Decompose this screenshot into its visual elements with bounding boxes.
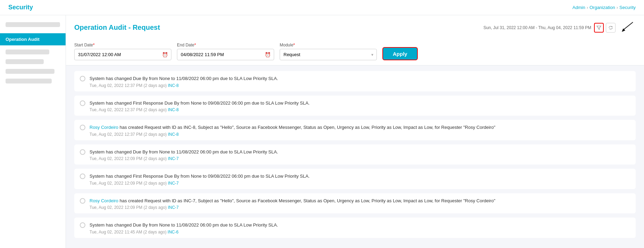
end-date-input[interactable] — [177, 49, 274, 60]
svg-line-0 — [622, 22, 633, 30]
main-layout: Operation Audit Operation Audit - Reques… — [0, 15, 644, 248]
breadcrumb-security: Security — [619, 5, 636, 10]
end-date-field: End Date* ⏰ — [177, 43, 274, 60]
refresh-icon — [608, 25, 613, 30]
audit-item-3: System has changed Due By from None to 1… — [74, 144, 636, 165]
filter-row: Start Date* ⏰ End Date* ⏰ — [74, 38, 636, 65]
sidebar-section-1 — [0, 19, 66, 32]
audit-item-2: Rosy Cordeiro has created Request with I… — [74, 120, 636, 140]
sidebar: Operation Audit — [0, 15, 66, 248]
audit-radio-5[interactable] — [80, 198, 85, 204]
breadcrumb-admin[interactable]: Admin — [573, 5, 585, 10]
audit-radio-1[interactable] — [80, 100, 85, 106]
main-content: Operation Audit - Request Sun, Jul 31, 2… — [66, 15, 644, 248]
breadcrumb-sep-1: › — [587, 5, 588, 10]
audit-radio-2[interactable] — [80, 125, 85, 130]
sidebar-blurred-2 — [6, 50, 49, 54]
start-date-input[interactable] — [74, 49, 171, 60]
end-date-label: End Date* — [177, 43, 274, 47]
filter-icon-button[interactable] — [594, 23, 604, 33]
audit-main-text-1: System has changed First Response Due By… — [90, 100, 630, 107]
audit-meta-3: Tue, Aug 02, 2022 12:09 PM (2 days ago) … — [90, 156, 630, 161]
module-select-wrapper: Request Incident Change Problem ▾ — [280, 49, 377, 60]
audit-content-3: System has changed Due By from None to 1… — [90, 149, 630, 161]
audit-content-4: System has changed First Response Due By… — [90, 173, 630, 186]
page-header: Operation Audit - Request Sun, Jul 31, 2… — [66, 15, 644, 65]
audit-item-5: Rosy Cordeiro has created Request with I… — [74, 193, 636, 214]
breadcrumb: Admin › Organization › Security — [573, 5, 636, 10]
start-date-label: Start Date* — [74, 43, 171, 47]
audit-meta-5: Tue, Aug 02, 2022 12:09 PM (2 days ago) … — [90, 205, 630, 210]
audit-radio-3[interactable] — [80, 149, 85, 155]
audit-main-text-5: Rosy Cordeiro has created Request with I… — [90, 197, 630, 204]
arrow-svg — [619, 21, 636, 33]
audit-main-text-2: Rosy Cordeiro has created Request with I… — [90, 124, 630, 131]
audit-main-text-3: System has changed Due By from None to 1… — [90, 149, 630, 156]
arrow-annotation — [619, 21, 636, 34]
filter-icons — [594, 23, 616, 33]
page-title: Operation Audit - Request — [74, 24, 160, 32]
audit-item-4: System has changed First Response Due By… — [74, 169, 636, 189]
audit-meta-6: Tue, Aug 02, 2022 11:45 AM (2 days ago) … — [90, 230, 630, 234]
audit-main-text-6: System has changed Due By from None to 1… — [90, 222, 630, 229]
audit-ticket-link-1[interactable]: INC-8 — [168, 107, 179, 112]
audit-list: System has changed Due By from None to 1… — [66, 65, 644, 248]
audit-content-2: Rosy Cordeiro has created Request with I… — [90, 124, 630, 137]
audit-meta-4: Tue, Aug 02, 2022 12:09 PM (2 days ago) … — [90, 181, 630, 186]
audit-content-1: System has changed First Response Due By… — [90, 100, 630, 113]
audit-radio-6[interactable] — [80, 222, 85, 228]
audit-ticket-link-2[interactable]: INC-8 — [168, 132, 179, 137]
audit-ticket-link-6[interactable]: INC-6 — [168, 230, 178, 234]
audit-item-6: System has changed Due By from None to 1… — [74, 218, 636, 238]
app-title: Security — [8, 4, 33, 11]
audit-radio-4[interactable] — [80, 174, 85, 179]
audit-meta-1: Tue, Aug 02, 2022 12:37 PM (2 days ago) … — [90, 107, 630, 112]
start-date-required: * — [93, 43, 95, 47]
sidebar-section-2 — [0, 47, 66, 88]
apply-button[interactable]: Apply — [382, 47, 418, 60]
filter-icon — [596, 25, 601, 30]
top-bar: Security Admin › Organization › Security — [0, 0, 644, 15]
apply-btn-wrapper: Apply — [382, 47, 418, 60]
start-date-field: Start Date* ⏰ — [74, 43, 171, 60]
date-range-area: Sun, Jul 31, 2022 12:00 AM - Thu, Aug 04… — [483, 21, 636, 34]
refresh-icon-button[interactable] — [606, 23, 616, 33]
audit-ticket-link-0[interactable]: INC-8 — [168, 83, 179, 88]
sidebar-blurred-5 — [6, 79, 52, 83]
audit-meta-2: Tue, Aug 02, 2022 12:37 PM (2 days ago) … — [90, 132, 630, 137]
module-field: Module* Request Incident Change Problem … — [280, 43, 377, 60]
breadcrumb-org[interactable]: Organization — [590, 5, 615, 10]
audit-content-0: System has changed Due By from None to 1… — [90, 75, 630, 88]
audit-meta-0: Tue, Aug 02, 2022 12:37 PM (2 days ago) … — [90, 83, 630, 88]
module-required: * — [293, 43, 295, 47]
audit-ticket-link-5[interactable]: INC-7 — [168, 205, 179, 210]
audit-main-text-0: System has changed Due By from None to 1… — [90, 75, 630, 82]
sidebar-blurred-1 — [6, 22, 60, 27]
audit-user-link-2[interactable]: Rosy Cordeiro — [90, 125, 118, 130]
audit-ticket-link-3[interactable]: INC-7 — [168, 156, 179, 161]
audit-item-1: System has changed First Response Due By… — [74, 96, 636, 116]
page-header-top: Operation Audit - Request Sun, Jul 31, 2… — [74, 21, 636, 34]
date-range-text: Sun, Jul 31, 2022 12:00 AM - Thu, Aug 04… — [483, 25, 591, 30]
audit-item-0: System has changed Due By from None to 1… — [74, 71, 636, 91]
start-date-wrapper: ⏰ — [74, 49, 171, 60]
sidebar-blurred-4 — [6, 69, 54, 74]
audit-radio-0[interactable] — [80, 76, 85, 81]
breadcrumb-sep-2: › — [617, 5, 618, 10]
module-label: Module* — [280, 43, 377, 47]
sidebar-item-operation-audit[interactable]: Operation Audit — [0, 33, 66, 45]
audit-main-text-4: System has changed First Response Due By… — [90, 173, 630, 180]
audit-content-6: System has changed Due By from None to 1… — [90, 222, 630, 234]
end-date-wrapper: ⏰ — [177, 49, 274, 60]
audit-content-5: Rosy Cordeiro has created Request with I… — [90, 197, 630, 210]
audit-ticket-link-4[interactable]: INC-7 — [168, 181, 179, 186]
sidebar-blurred-3 — [6, 59, 44, 64]
end-date-required: * — [194, 43, 196, 47]
module-select[interactable]: Request Incident Change Problem — [280, 49, 377, 60]
audit-user-link-5[interactable]: Rosy Cordeiro — [90, 198, 118, 203]
